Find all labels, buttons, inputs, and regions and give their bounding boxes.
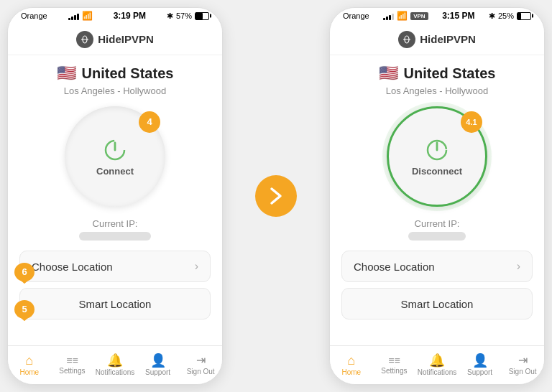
right-logo-text: HideIPVPN bbox=[420, 33, 476, 45]
right-phone-screen: Orange 📶 VPN 3:15 PM ✱ 25% bbox=[329, 7, 545, 385]
right-nav-signout[interactable]: ⇥ Sign Out bbox=[501, 346, 544, 384]
right-action-buttons: Choose Location › Smart Location bbox=[341, 251, 533, 319]
left-city: Los Angeles - Hollywood bbox=[64, 85, 166, 96]
right-nav-support[interactable]: 👤 Support bbox=[459, 346, 502, 384]
left-nav-home-label: Home bbox=[19, 368, 39, 376]
right-city: Los Angeles - Hollywood bbox=[386, 85, 488, 96]
svg-text:4.1: 4.1 bbox=[466, 118, 477, 126]
right-disconnect-label: Disconnect bbox=[412, 166, 462, 177]
left-app-header: HideIPVPN bbox=[8, 24, 222, 55]
right-choose-location-button[interactable]: Choose Location › bbox=[341, 251, 533, 282]
left-support-icon: 👤 bbox=[150, 354, 166, 367]
right-app-content: 🇺🇸 United States Los Angeles - Hollywood… bbox=[330, 55, 544, 345]
right-nav-signout-label: Sign Out bbox=[509, 368, 537, 375]
left-smart-location-button[interactable]: 5 Smart Location bbox=[19, 288, 211, 319]
left-nav-notifications-label: Notifications bbox=[96, 368, 134, 376]
left-nav-home[interactable]: ⌂ Home bbox=[8, 346, 51, 384]
left-choose-location-label: Choose Location bbox=[32, 261, 113, 273]
left-ip-value bbox=[79, 232, 151, 241]
left-home-icon: ⌂ bbox=[25, 354, 33, 367]
left-nav-support-label: Support bbox=[145, 368, 170, 376]
right-flag: 🇺🇸 bbox=[379, 64, 398, 83]
right-status-bar: Orange 📶 VPN 3:15 PM ✱ 25% bbox=[330, 8, 544, 24]
left-phone-screen: Orange 📶 3:19 PM ✱ 57% bbox=[7, 7, 223, 385]
right-disconnect-badge: 4.1 bbox=[460, 111, 483, 141]
left-nav-notifications[interactable]: 🔔 Notifications bbox=[93, 346, 137, 384]
right-signal bbox=[383, 11, 394, 20]
right-smart-location-button[interactable]: Smart Location bbox=[341, 288, 533, 319]
right-carrier: Orange bbox=[343, 11, 369, 20]
left-choose-badge: 6 bbox=[13, 262, 36, 291]
left-logo-text: HideIPVPN bbox=[98, 33, 154, 45]
left-carrier: Orange bbox=[21, 11, 47, 20]
right-location-header: 🇺🇸 United States bbox=[379, 64, 496, 83]
right-time: 3:15 PM bbox=[442, 11, 474, 21]
left-ip-section: Current IP: bbox=[79, 218, 151, 241]
right-bottom-nav: ⌂ Home ≡≡ Settings 🔔 Notifications 👤 Sup… bbox=[330, 345, 544, 384]
left-settings-icon: ≡≡ bbox=[66, 355, 78, 365]
right-power-icon bbox=[424, 137, 450, 163]
left-signout-icon: ⇥ bbox=[196, 355, 206, 366]
left-nav-support[interactable]: 👤 Support bbox=[137, 346, 180, 384]
left-flag: 🇺🇸 bbox=[57, 64, 76, 83]
left-nav-signout-label: Sign Out bbox=[187, 368, 215, 375]
right-ip-value bbox=[408, 232, 466, 241]
right-nav-home-label: Home bbox=[341, 368, 361, 376]
right-wifi-icon: 📶 bbox=[397, 11, 408, 21]
left-smart-badge: 5 bbox=[13, 299, 36, 329]
right-support-icon: 👤 bbox=[472, 354, 488, 367]
left-signal bbox=[68, 11, 79, 20]
right-nav-home[interactable]: ⌂ Home bbox=[330, 346, 373, 384]
right-smart-location-label: Smart Location bbox=[401, 298, 474, 310]
svg-text:5: 5 bbox=[22, 304, 27, 314]
arrow-circle bbox=[255, 175, 297, 217]
right-nav-notifications[interactable]: 🔔 Notifications bbox=[415, 346, 459, 384]
svg-text:6: 6 bbox=[22, 266, 27, 277]
left-logo-icon bbox=[76, 31, 93, 48]
left-time: 3:19 PM bbox=[114, 11, 146, 21]
left-connect-badge: 4 bbox=[138, 111, 161, 141]
right-signout-icon: ⇥ bbox=[518, 355, 528, 366]
left-nav-signout[interactable]: ⇥ Sign Out bbox=[179, 346, 222, 384]
left-smart-location-label: Smart Location bbox=[79, 298, 152, 310]
left-power-icon bbox=[102, 137, 128, 163]
right-chevron-icon: › bbox=[517, 260, 520, 273]
right-notifications-icon: 🔔 bbox=[429, 354, 445, 367]
chevron-right-icon bbox=[266, 186, 286, 206]
right-bluetooth-icon: ✱ bbox=[489, 11, 495, 21]
right-vpn-badge: VPN bbox=[410, 12, 428, 20]
right-app-header: HideIPVPN bbox=[330, 24, 544, 55]
right-nav-settings[interactable]: ≡≡ Settings bbox=[373, 346, 416, 384]
left-bluetooth-icon: ✱ bbox=[167, 11, 173, 21]
left-logo: HideIPVPN bbox=[76, 31, 154, 48]
left-battery-pct: 57% bbox=[176, 11, 192, 20]
left-country: United States bbox=[82, 65, 174, 82]
right-nav-support-label: Support bbox=[467, 368, 492, 376]
left-location-header: 🇺🇸 United States bbox=[57, 64, 174, 83]
left-choose-location-button[interactable]: Choose Location › 6 bbox=[19, 251, 211, 282]
right-nav-notifications-label: Notifications bbox=[418, 368, 456, 376]
left-nav-settings[interactable]: ≡≡ Settings bbox=[51, 346, 94, 384]
left-action-buttons: Choose Location › 6 bbox=[19, 251, 211, 319]
right-home-icon: ⌂ bbox=[347, 354, 355, 367]
right-disconnect-wrap: Disconnect 4.1 bbox=[387, 106, 487, 207]
right-battery-icon bbox=[517, 12, 531, 20]
svg-text:4: 4 bbox=[147, 116, 152, 127]
right-ip-section: Current IP: bbox=[408, 218, 466, 241]
left-chevron-icon: › bbox=[195, 260, 198, 273]
main-container: Orange 📶 3:19 PM ✱ 57% bbox=[0, 0, 552, 392]
right-settings-icon: ≡≡ bbox=[388, 355, 400, 365]
left-battery-icon bbox=[195, 12, 209, 20]
left-connect-wrap: Connect 4 bbox=[65, 106, 165, 207]
left-connect-label: Connect bbox=[96, 166, 134, 177]
right-country: United States bbox=[404, 65, 496, 82]
right-nav-settings-label: Settings bbox=[381, 367, 407, 375]
left-status-bar: Orange 📶 3:19 PM ✱ 57% bbox=[8, 8, 222, 24]
right-logo-icon bbox=[398, 31, 415, 48]
right-choose-location-label: Choose Location bbox=[354, 261, 435, 273]
right-ip-label: Current IP: bbox=[408, 218, 466, 229]
left-nav-settings-label: Settings bbox=[59, 367, 85, 375]
right-logo: HideIPVPN bbox=[398, 31, 476, 48]
left-ip-label: Current IP: bbox=[79, 218, 151, 229]
left-bottom-nav: ⌂ Home ≡≡ Settings 🔔 Notifications 👤 Sup… bbox=[8, 345, 222, 384]
